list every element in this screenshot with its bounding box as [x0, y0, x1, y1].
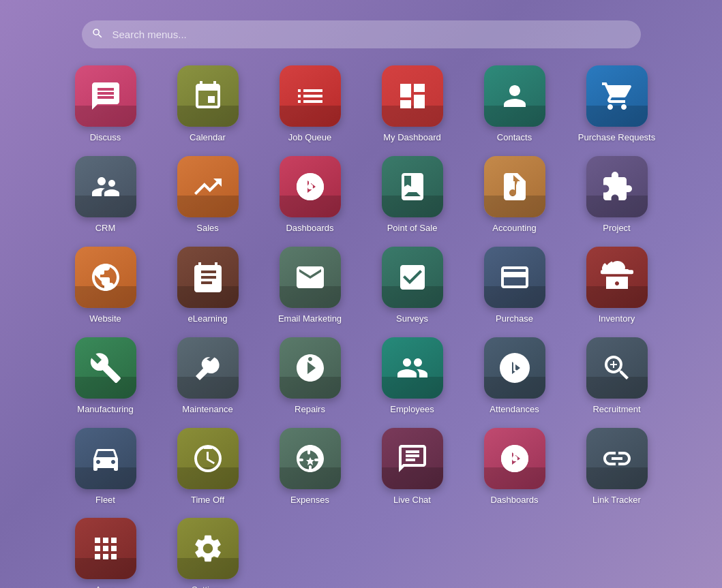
app-label-employees: Employees: [390, 404, 434, 416]
app-icon-job-queue: [280, 65, 341, 127]
app-item-link-tracker[interactable]: Link Tracker: [576, 428, 658, 506]
app-label-email-marketing: Email Marketing: [278, 313, 342, 325]
app-icon-email-marketing: [280, 247, 341, 308]
app-label-link-tracker: Link Tracker: [592, 495, 641, 506]
app-label-settings: Settings: [192, 585, 224, 588]
app-icon-purchase: [484, 247, 545, 308]
app-label-website: Website: [89, 313, 121, 325]
app-item-purchase-requests[interactable]: Purchase Requests: [576, 65, 658, 144]
app-icon-manufacturing: [75, 337, 136, 399]
app-label-job-queue: Job Queue: [288, 132, 332, 144]
app-icon-accounting: [484, 156, 545, 217]
app-item-elearning[interactable]: eLearning: [167, 247, 249, 325]
app-label-my-dashboard: My Dashboard: [383, 132, 441, 144]
app-item-attendances[interactable]: Attendances: [474, 337, 556, 416]
app-icon-attendances: [484, 337, 545, 399]
app-item-live-chat[interactable]: Live Chat: [372, 428, 453, 506]
app-label-point-of-sale: Point of Sale: [387, 223, 438, 234]
app-icon-contacts: [484, 65, 545, 127]
app-label-crm: CRM: [95, 223, 116, 234]
app-label-fleet: Fleet: [95, 495, 115, 506]
app-item-settings[interactable]: Settings: [167, 518, 249, 588]
app-label-manufacturing: Manufacturing: [77, 404, 133, 416]
app-icon-recruitment: [586, 337, 648, 399]
app-item-fleet[interactable]: Fleet: [65, 428, 147, 506]
app-item-repairs[interactable]: Repairs: [269, 337, 351, 416]
app-item-job-queue[interactable]: Job Queue: [269, 65, 351, 144]
app-item-recruitment[interactable]: Recruitment: [576, 337, 658, 416]
app-icon-project: [586, 156, 648, 217]
app-label-sales: Sales: [196, 223, 219, 234]
app-item-website[interactable]: Website: [65, 247, 147, 325]
app-icon-dashboards: [280, 156, 341, 217]
app-icon-dashboards2: [484, 428, 545, 489]
app-label-dashboards2: Dashboards: [490, 495, 538, 506]
app-icon-apps: [75, 518, 136, 579]
app-item-employees[interactable]: Employees: [372, 337, 453, 416]
app-label-time-off: Time Off: [191, 495, 224, 506]
app-icon-website: [75, 247, 136, 308]
app-icon-my-dashboard: [382, 65, 443, 127]
app-item-calendar[interactable]: Calendar: [167, 65, 249, 144]
app-label-maintenance: Maintenance: [182, 404, 232, 416]
app-label-dashboards: Dashboards: [286, 223, 333, 234]
search-wrapper: [82, 20, 641, 48]
app-label-expenses: Expenses: [290, 495, 329, 506]
app-icon-maintenance: [177, 337, 239, 399]
app-item-surveys[interactable]: Surveys: [372, 247, 453, 325]
app-icon-calendar: [177, 65, 239, 127]
app-icon-repairs: [280, 337, 341, 399]
app-label-recruitment: Recruitment: [592, 404, 640, 416]
app-label-purchase: Purchase: [496, 313, 533, 325]
search-icon: [91, 27, 104, 42]
app-icon-crm: [75, 156, 136, 217]
app-label-surveys: Surveys: [396, 313, 428, 325]
app-label-apps: Apps: [95, 585, 116, 588]
app-item-project[interactable]: Project: [576, 156, 658, 234]
app-label-elearning: eLearning: [188, 313, 228, 325]
app-item-discuss[interactable]: Discuss: [65, 65, 147, 144]
app-item-manufacturing[interactable]: Manufacturing: [65, 337, 147, 416]
app-item-contacts[interactable]: Contacts: [474, 65, 556, 144]
app-label-discuss: Discuss: [90, 132, 121, 144]
app-item-point-of-sale[interactable]: Point of Sale: [372, 156, 453, 234]
app-item-accounting[interactable]: Accounting: [474, 156, 556, 234]
app-label-accounting: Accounting: [492, 223, 536, 234]
app-label-live-chat: Live Chat: [393, 495, 431, 506]
app-icon-sales: [177, 156, 239, 217]
app-label-calendar: Calendar: [190, 132, 226, 144]
app-label-attendances: Attendances: [490, 404, 539, 416]
app-label-purchase-requests: Purchase Requests: [578, 132, 655, 144]
app-item-dashboards2[interactable]: Dashboards: [474, 428, 556, 506]
app-item-dashboards[interactable]: Dashboards: [269, 156, 351, 234]
app-icon-inventory: [586, 247, 648, 308]
app-label-repairs: Repairs: [295, 404, 325, 416]
app-item-time-off[interactable]: Time Off: [167, 428, 249, 506]
app-icon-fleet: [75, 428, 136, 489]
search-input[interactable]: [82, 20, 641, 48]
app-item-crm[interactable]: CRM: [65, 156, 147, 234]
app-item-email-marketing[interactable]: Email Marketing: [269, 247, 351, 325]
app-label-inventory: Inventory: [599, 313, 635, 325]
app-icon-elearning: [177, 247, 239, 308]
app-item-inventory[interactable]: Inventory: [576, 247, 658, 325]
app-icon-live-chat: [382, 428, 443, 489]
app-label-contacts: Contacts: [497, 132, 532, 144]
app-label-project: Project: [603, 223, 630, 234]
app-icon-employees: [382, 337, 443, 399]
app-icon-expenses: [280, 428, 341, 489]
app-icon-settings: [177, 518, 239, 579]
apps-grid: DiscussCalendarJob QueueMy DashboardCont…: [24, 65, 699, 588]
app-item-my-dashboard[interactable]: My Dashboard: [372, 65, 453, 144]
app-item-sales[interactable]: Sales: [167, 156, 249, 234]
app-item-purchase[interactable]: Purchase: [474, 247, 556, 325]
app-icon-point-of-sale: [382, 156, 443, 217]
app-icon-link-tracker: [586, 428, 648, 489]
app-icon-surveys: [382, 247, 443, 308]
app-icon-purchase-requests: [586, 65, 648, 127]
app-icon-discuss: [75, 65, 136, 127]
app-item-apps[interactable]: Apps: [65, 518, 147, 588]
app-item-maintenance[interactable]: Maintenance: [167, 337, 249, 416]
app-item-expenses[interactable]: Expenses: [269, 428, 351, 506]
app-icon-time-off: [177, 428, 239, 489]
